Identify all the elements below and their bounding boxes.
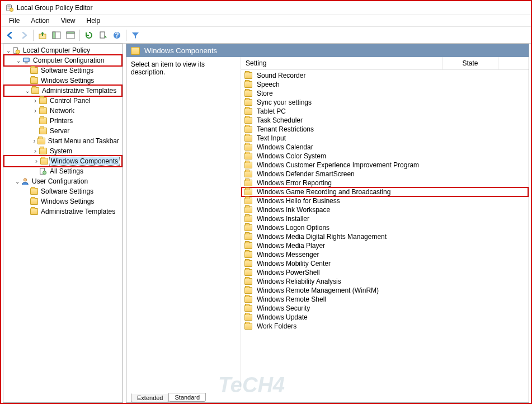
list-item[interactable]: Windows Error Reporting (241, 178, 529, 187)
tree-label: System (49, 147, 73, 155)
list-item[interactable]: Windows Messenger (241, 250, 529, 259)
tree-item[interactable]: Administrative Templates (3, 84, 123, 97)
list-item[interactable]: Store (241, 89, 529, 98)
show-hide-action-pane-button[interactable] (64, 29, 77, 42)
content-pane: Windows Components Select an item to vie… (126, 44, 529, 403)
tree-item[interactable]: Software Settings (3, 65, 123, 76)
expand-collapse-icon[interactable] (32, 157, 40, 165)
list-item[interactable]: Windows Defender SmartScreen (241, 170, 529, 178)
tree-label: Windows Settings (40, 198, 95, 205)
tree-item[interactable]: Control Panel (3, 96, 123, 106)
expand-collapse-icon[interactable] (31, 97, 39, 105)
help-button[interactable]: ? (110, 29, 124, 42)
list-item[interactable]: Sync your settings (241, 98, 529, 107)
list-item[interactable]: Windows PowerShell (241, 268, 529, 277)
expand-collapse-icon[interactable] (31, 107, 39, 115)
folder-icon (244, 269, 252, 276)
tree-item[interactable]: Printers (3, 116, 123, 126)
list-item[interactable]: Task Scheduler (241, 116, 529, 125)
expand-collapse-icon[interactable] (23, 88, 31, 94)
up-button[interactable] (36, 29, 49, 42)
list-item[interactable]: Windows Game Recording and Broadcasting (241, 187, 529, 197)
tab-extended[interactable]: Extended (131, 393, 169, 402)
list-item-label: Text Input (257, 134, 286, 142)
folder-icon (244, 99, 252, 106)
svg-text:?: ? (115, 31, 119, 39)
back-button[interactable] (3, 29, 17, 42)
folder-icon (244, 305, 252, 312)
expand-collapse-icon[interactable] (4, 48, 12, 54)
list-item[interactable]: Tenant Restrictions (241, 125, 529, 134)
column-state[interactable]: State (442, 57, 498, 69)
list-item[interactable]: Windows Ink Workspace (241, 205, 529, 214)
list-item-label: Sync your settings (257, 98, 312, 106)
list-item[interactable]: Windows Installer (241, 214, 529, 223)
tree-item[interactable]: Start Menu and Taskbar (3, 136, 123, 146)
tree-item[interactable]: Server (3, 126, 123, 136)
settings-list[interactable]: Setting State Sound RecorderSpeechStoreS… (241, 57, 529, 390)
list-item-label: Windows Hello for Business (257, 197, 340, 205)
list-item[interactable]: Windows Update (241, 313, 529, 322)
svg-point-14 (16, 50, 20, 54)
list-item[interactable]: Windows Calendar (241, 143, 529, 152)
list-item[interactable]: Windows Reliability Analysis (241, 277, 529, 286)
list-item[interactable]: Windows Media Player (241, 241, 529, 250)
tree-item[interactable]: All Settings (3, 166, 123, 176)
tree-item[interactable]: Computer Configuration (3, 54, 123, 67)
refresh-button[interactable] (82, 29, 96, 42)
tab-standard[interactable]: Standard (168, 393, 206, 402)
filter-button[interactable] (129, 29, 142, 42)
folder-icon (30, 208, 38, 215)
expand-collapse-icon[interactable] (15, 58, 22, 64)
tree-item[interactable]: Software Settings (3, 186, 123, 196)
list-item[interactable]: Windows Mobility Center (241, 259, 529, 268)
show-hide-console-tree-button[interactable] (50, 29, 63, 42)
expand-collapse-icon[interactable] (31, 147, 39, 155)
list-item[interactable]: Windows Color System (241, 152, 529, 161)
menu-file[interactable]: File (3, 16, 25, 26)
tree-item[interactable]: Windows Components (3, 155, 123, 167)
list-item[interactable]: Windows Customer Experience Improvement … (241, 161, 529, 170)
console-tree[interactable]: Local Computer PolicyComputer Configurat… (3, 44, 123, 403)
list-item[interactable]: Windows Media Digital Rights Management (241, 232, 529, 241)
menu-action[interactable]: Action (25, 16, 55, 26)
tree-item[interactable]: User Configuration (3, 176, 123, 186)
expand-collapse-icon[interactable] (31, 137, 37, 145)
menu-help[interactable]: Help (81, 16, 106, 26)
menu-view[interactable]: View (55, 16, 81, 26)
list-item[interactable]: Speech (241, 80, 529, 89)
folder-icon (39, 118, 47, 124)
expand-collapse-icon[interactable] (13, 178, 21, 185)
folder-icon (244, 251, 252, 258)
tree-label: User Configuration (31, 177, 89, 185)
list-item[interactable]: Windows Logon Options (241, 223, 529, 232)
folder-icon (244, 287, 252, 294)
list-item[interactable]: Windows Remote Management (WinRM) (241, 286, 529, 295)
description-text: Select an item to view its description. (131, 60, 205, 76)
folder-icon (244, 153, 252, 159)
folder-icon (244, 135, 252, 142)
list-item[interactable]: Windows Security (241, 304, 529, 313)
folder-icon (244, 90, 252, 97)
list-item[interactable]: Tablet PC (241, 107, 529, 116)
folder-icon (244, 81, 252, 88)
svg-rect-7 (53, 32, 55, 39)
folder-icon (244, 72, 252, 79)
folder-icon (39, 107, 47, 114)
list-item-label: Windows Reliability Analysis (257, 278, 341, 285)
list-item-label: Tenant Restrictions (257, 125, 314, 133)
column-setting[interactable]: Setting (241, 57, 442, 69)
forward-button[interactable] (17, 29, 31, 42)
tree-label: Administrative Templates (40, 208, 116, 215)
tree-item[interactable]: Administrative Templates (3, 206, 123, 217)
list-item[interactable]: Windows Hello for Business (241, 196, 529, 205)
list-item-label: Windows Defender SmartScreen (257, 170, 355, 178)
list-item-label: Windows Error Reporting (257, 179, 332, 187)
tree-item[interactable]: Network (3, 106, 123, 116)
list-item[interactable]: Sound Recorder (241, 71, 529, 80)
tree-item[interactable]: Windows Settings (3, 196, 123, 206)
list-item[interactable]: Text Input (241, 134, 529, 143)
list-item[interactable]: Windows Remote Shell (241, 295, 529, 304)
list-item[interactable]: Work Folders (241, 322, 529, 331)
export-list-button[interactable] (96, 29, 110, 42)
